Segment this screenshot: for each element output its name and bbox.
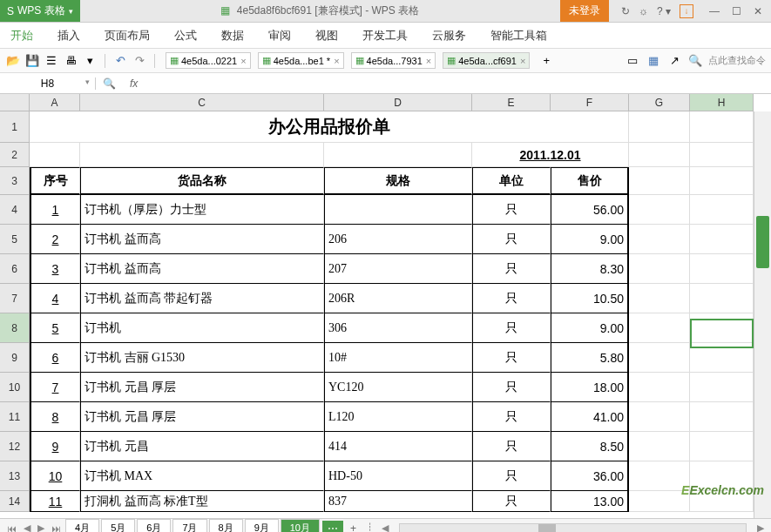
cell[interactable] bbox=[629, 432, 690, 461]
cell-unit[interactable]: 只 bbox=[472, 343, 551, 373]
menu-layout[interactable]: 页面布局 bbox=[103, 24, 152, 47]
cell-spec[interactable]: 10# bbox=[324, 343, 472, 373]
row-5[interactable]: 5 bbox=[0, 225, 30, 254]
sheet-tab-7[interactable]: 7月 bbox=[172, 519, 206, 532]
cell-spec[interactable]: 207 bbox=[324, 254, 472, 284]
sheet-tab-8[interactable]: 8月 bbox=[209, 519, 243, 532]
cell-price[interactable]: 8.30 bbox=[551, 254, 629, 284]
cell-price[interactable]: 18.00 bbox=[551, 373, 629, 402]
search-icon[interactable]: 🔍 bbox=[687, 53, 703, 69]
close-icon[interactable]: × bbox=[334, 56, 339, 66]
cell-spec[interactable]: HD-50 bbox=[324, 461, 472, 491]
minimize-button[interactable]: — bbox=[709, 5, 720, 17]
fx-label[interactable]: fx bbox=[125, 77, 143, 90]
cell-price[interactable]: 8.50 bbox=[551, 432, 629, 461]
col-G[interactable]: G bbox=[629, 94, 690, 111]
cell[interactable] bbox=[30, 143, 80, 167]
cell[interactable] bbox=[629, 195, 690, 225]
cell-unit[interactable]: 只 bbox=[472, 254, 551, 284]
cell-name[interactable]: 订书机 元昌 厚层 bbox=[80, 402, 324, 432]
cell[interactable] bbox=[629, 491, 690, 512]
add-tab-icon[interactable]: + bbox=[538, 53, 554, 69]
cell[interactable] bbox=[80, 143, 324, 167]
login-button[interactable]: 未登录 bbox=[560, 0, 609, 22]
fx-search-icon[interactable]: 🔍 bbox=[103, 77, 116, 90]
cell[interactable] bbox=[690, 143, 754, 167]
cell-price[interactable]: 5.80 bbox=[551, 343, 629, 373]
cell[interactable] bbox=[629, 313, 690, 343]
app-logo[interactable]: S WPS 表格 ▾ bbox=[0, 0, 80, 22]
row-9[interactable]: 9 bbox=[0, 343, 30, 373]
cell[interactable] bbox=[690, 284, 754, 313]
cell[interactable] bbox=[629, 254, 690, 284]
cell[interactable] bbox=[629, 373, 690, 402]
cell-spec[interactable]: 306 bbox=[324, 313, 472, 343]
cell-name[interactable]: 订书机 元昌 bbox=[80, 432, 324, 461]
cell-idx[interactable]: 1 bbox=[30, 195, 80, 225]
row-13[interactable]: 13 bbox=[0, 461, 30, 491]
cell-spec[interactable]: YC120 bbox=[324, 373, 472, 402]
cell-idx[interactable]: 11 bbox=[30, 491, 80, 512]
menu-dev[interactable]: 开发工具 bbox=[361, 24, 409, 47]
cell-unit[interactable]: 只 bbox=[472, 491, 551, 512]
nav-first-icon[interactable]: ⏮ bbox=[3, 523, 20, 533]
menu-data[interactable]: 数据 bbox=[220, 24, 246, 47]
col-F[interactable]: F bbox=[551, 94, 629, 111]
cell-unit[interactable]: 只 bbox=[472, 373, 551, 402]
cell-price[interactable]: 9.00 bbox=[551, 313, 629, 343]
cell-name[interactable]: 订书机 元昌 厚层 bbox=[80, 373, 324, 402]
cell[interactable] bbox=[324, 143, 472, 167]
cell[interactable] bbox=[629, 402, 690, 432]
cell-name[interactable]: 订书机 bbox=[80, 313, 324, 343]
cell-price[interactable]: 9.00 bbox=[551, 225, 629, 254]
cell-name[interactable]: 订书机（厚层）力士型 bbox=[80, 195, 324, 225]
cell[interactable] bbox=[690, 195, 754, 225]
cell[interactable] bbox=[629, 284, 690, 313]
vertical-scrollbar[interactable] bbox=[754, 111, 771, 518]
cell[interactable] bbox=[690, 402, 754, 432]
cell[interactable] bbox=[690, 225, 754, 254]
find-icon[interactable]: ▦ bbox=[646, 53, 661, 69]
sheet-tab-4[interactable]: 4月 bbox=[65, 519, 99, 532]
menu-review[interactable]: 审阅 bbox=[267, 24, 293, 47]
cell-name[interactable]: 订书机 吉丽 G1530 bbox=[80, 343, 324, 373]
refresh-icon[interactable]: ↻ bbox=[621, 5, 630, 17]
cell-idx[interactable]: 3 bbox=[30, 254, 80, 284]
cell-unit[interactable]: 只 bbox=[472, 284, 551, 313]
cell[interactable] bbox=[690, 254, 754, 284]
cell-name[interactable]: 订书机 益而高 带起钉器 bbox=[80, 284, 324, 313]
more-sheets-icon[interactable]: ⋯ bbox=[322, 521, 343, 533]
print-icon[interactable]: 🖶 bbox=[63, 53, 78, 69]
h-scroll-thumb[interactable] bbox=[538, 524, 556, 533]
cell[interactable] bbox=[629, 111, 690, 143]
menu-start[interactable]: 开始 bbox=[9, 24, 35, 47]
cell-name[interactable]: 订书机 益而高 bbox=[80, 254, 324, 284]
cell-spec[interactable]: 414 bbox=[324, 432, 472, 461]
cell-idx[interactable]: 10 bbox=[30, 461, 80, 491]
nav-prev-icon[interactable]: ◀ bbox=[20, 522, 34, 532]
cell-price[interactable]: 36.00 bbox=[551, 461, 629, 491]
cell-idx[interactable]: 4 bbox=[30, 284, 80, 313]
help-icon[interactable]: ? ▾ bbox=[657, 5, 671, 17]
cell-spec[interactable] bbox=[324, 195, 472, 225]
cell-price[interactable]: 56.00 bbox=[551, 195, 629, 225]
cell-unit[interactable]: 只 bbox=[472, 402, 551, 432]
cell[interactable] bbox=[690, 461, 754, 491]
cell-price[interactable]: 10.50 bbox=[551, 284, 629, 313]
cell[interactable] bbox=[690, 491, 754, 512]
row-8[interactable]: 8 bbox=[0, 313, 30, 343]
cell[interactable] bbox=[629, 143, 690, 167]
sync-icon[interactable]: ☼ bbox=[639, 5, 648, 17]
cell[interactable] bbox=[690, 432, 754, 461]
menu-view[interactable]: 视图 bbox=[314, 24, 340, 47]
row-10[interactable]: 10 bbox=[0, 373, 30, 402]
cell-price[interactable]: 13.00 bbox=[551, 491, 629, 512]
open-icon[interactable]: 📂 bbox=[5, 53, 21, 69]
cell[interactable] bbox=[690, 373, 754, 402]
sheet-tab-6[interactable]: 6月 bbox=[137, 519, 171, 532]
cell-unit[interactable]: 只 bbox=[472, 225, 551, 254]
cell-unit[interactable]: 只 bbox=[472, 313, 551, 343]
external-icon[interactable]: ↗ bbox=[666, 53, 682, 69]
doc-tab-3[interactable]: ▦4e5da...7931× bbox=[351, 52, 436, 69]
row-4[interactable]: 4 bbox=[0, 195, 30, 225]
